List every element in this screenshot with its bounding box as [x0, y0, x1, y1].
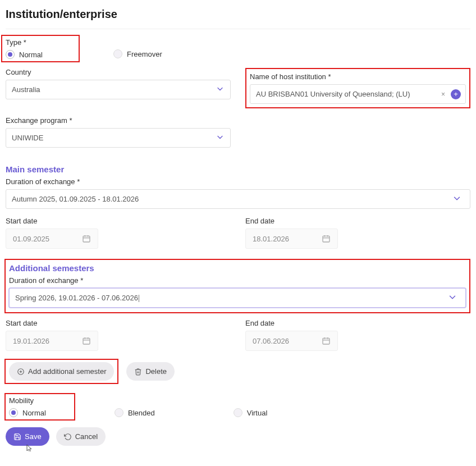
- type-label: Type *: [6, 38, 75, 47]
- plus-circle-icon: [17, 368, 25, 376]
- main-start-date[interactable]: 01.09.2025: [6, 229, 98, 249]
- country-label: Country: [6, 68, 231, 76]
- host-label: Name of host institution *: [250, 72, 466, 81]
- divider: [6, 29, 470, 29]
- mobility-virtual-label: Virtual: [247, 409, 268, 417]
- cancel-button[interactable]: Cancel: [56, 427, 106, 446]
- calendar-icon: [322, 336, 331, 345]
- add-additional-semester-label: Add additional semester: [28, 367, 106, 376]
- mobility-radio-blended[interactable]: [115, 408, 123, 417]
- save-button[interactable]: Save: [6, 427, 49, 446]
- save-icon: [13, 433, 21, 441]
- chevron-down-icon: [452, 193, 462, 205]
- country-value: Australia: [12, 85, 40, 94]
- main-semester-title: Main semester: [6, 165, 470, 174]
- mobility-label: Mobility: [9, 396, 71, 405]
- cancel-label: Cancel: [75, 432, 98, 441]
- svg-rect-0: [83, 236, 90, 242]
- additional-duration-select[interactable]: Spring 2026, 19.01.2026 - 07.06.2026: [9, 288, 466, 308]
- additional-title: Additional semesters: [9, 263, 466, 273]
- main-end-value: 18.01.2026: [253, 235, 289, 243]
- svg-rect-4: [323, 236, 329, 242]
- program-select[interactable]: UNIWIDE: [6, 128, 231, 148]
- save-label: Save: [25, 432, 42, 441]
- mobility-radio-normal[interactable]: [9, 408, 18, 417]
- mobility-radio-virtual[interactable]: [234, 408, 242, 417]
- type-radio-normal-label: Normal: [19, 51, 43, 59]
- additional-duration-value: Spring 2026, 19.01.2026 - 07.06.2026: [15, 294, 139, 302]
- additional-end-value: 07.06.2026: [253, 337, 289, 345]
- additional-end-label: End date: [245, 319, 470, 327]
- page-title: Institution/enterprise: [6, 8, 470, 21]
- mobility-normal-label: Normal: [22, 409, 46, 417]
- delete-label: Delete: [145, 367, 167, 376]
- add-additional-semester-button[interactable]: Add additional semester: [9, 362, 114, 381]
- mobility-blended-label: Blended: [128, 409, 155, 417]
- chevron-down-icon: [216, 133, 225, 143]
- type-radio-normal[interactable]: [6, 50, 15, 59]
- add-icon[interactable]: +: [451, 89, 461, 99]
- program-label: Exchange program *: [6, 116, 231, 125]
- country-select[interactable]: Australia: [6, 80, 231, 99]
- svg-rect-12: [323, 338, 329, 344]
- host-institution-input[interactable]: AU BRISBAN01 University of Queensland; (…: [250, 84, 466, 104]
- program-value: UNIWIDE: [12, 134, 43, 142]
- main-end-label: End date: [245, 217, 470, 225]
- calendar-icon: [322, 234, 331, 243]
- delete-button[interactable]: Delete: [126, 362, 175, 381]
- trash-icon: [134, 368, 142, 376]
- additional-end-date[interactable]: 07.06.2026: [245, 331, 338, 351]
- svg-rect-8: [83, 338, 90, 344]
- additional-start-label: Start date: [6, 319, 231, 327]
- type-radio-freemover-label: Freemover: [127, 50, 162, 58]
- additional-start-date[interactable]: 19.01.2026: [6, 331, 98, 351]
- clear-icon[interactable]: ×: [441, 90, 445, 98]
- host-value: AU BRISBAN01 University of Queensland; (…: [256, 90, 410, 98]
- main-duration-select[interactable]: Autumn 2025, 01.09.2025 - 18.01.2026: [6, 189, 470, 209]
- undo-icon: [64, 433, 72, 441]
- chevron-down-icon: [447, 292, 457, 304]
- main-end-date[interactable]: 18.01.2026: [245, 229, 338, 249]
- additional-duration-label: Duration of exchange *: [9, 276, 466, 285]
- main-duration-value: Autumn 2025, 01.09.2025 - 18.01.2026: [12, 195, 139, 203]
- main-start-value: 01.09.2025: [13, 235, 49, 243]
- calendar-icon: [82, 336, 91, 345]
- chevron-down-icon: [216, 84, 225, 95]
- main-duration-label: Duration of exchange *: [6, 177, 470, 186]
- additional-start-value: 19.01.2026: [13, 337, 49, 345]
- calendar-icon: [82, 234, 91, 243]
- type-radio-freemover[interactable]: [113, 49, 122, 58]
- main-start-label: Start date: [6, 217, 231, 225]
